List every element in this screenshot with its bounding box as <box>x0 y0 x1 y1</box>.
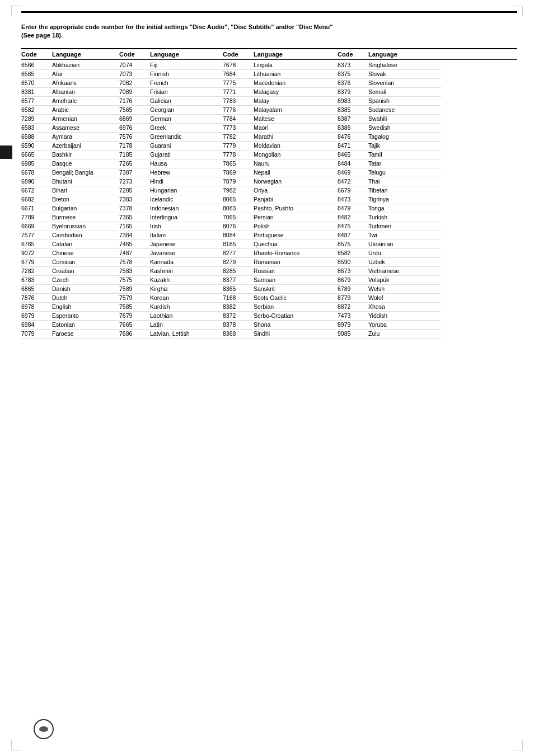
table-cell-code: 8479 <box>338 204 368 213</box>
table-cell-code: 6582 <box>21 106 52 115</box>
table-cell-code: 6577 <box>21 97 52 106</box>
table-cell-code: 7384 <box>119 231 150 240</box>
table-cell-lang: Rumanian <box>254 258 338 267</box>
table-cell-code: 7089 <box>119 88 150 97</box>
table-cell-lang: Interlingua <box>150 213 223 222</box>
table-cell-lang: Georgian <box>150 106 223 115</box>
table-cell-code: 7684 <box>223 70 254 79</box>
table-cell-lang: Malagasy <box>254 88 338 97</box>
table-cell-lang: Turkmen <box>368 222 441 231</box>
table-cell-lang: Irish <box>150 222 223 231</box>
table-cell-code: 7773 <box>223 124 254 133</box>
table-cell-code: 7289 <box>21 115 52 124</box>
table-cell-code: 6984 <box>21 321 52 330</box>
table-cell-lang: Welsh <box>368 285 441 294</box>
table-cell-code: 7782 <box>223 133 254 142</box>
table-cell-code: 8590 <box>338 258 368 267</box>
table-cell-lang: Abkhazian <box>52 61 119 70</box>
table-cell-code: 7285 <box>119 186 150 195</box>
table-cell-lang: Fiji <box>150 61 223 70</box>
table-cell-lang: Oriya <box>254 186 338 195</box>
table-cell-code: 8084 <box>223 231 254 240</box>
col-code-3: Code <box>223 51 254 58</box>
table-cell-code: 7778 <box>223 151 254 159</box>
table-cell-lang: Tonga <box>368 204 441 213</box>
table-cell-code: 7082 <box>119 79 150 88</box>
table-cell-code: 6588 <box>21 133 52 142</box>
table-cell-code: 7577 <box>21 231 52 240</box>
table-cell-lang: Serbo-Croatian <box>254 312 338 321</box>
table-cell-lang: Portuguese <box>254 231 338 240</box>
table-cell-lang: Bashkir <box>52 151 119 159</box>
table-cell-code: 7775 <box>223 79 254 88</box>
table-cell-lang: Hungarian <box>150 186 223 195</box>
table-cell-code: 7176 <box>119 97 150 106</box>
table-cell-lang: Turkish <box>368 213 441 222</box>
table-cell-lang: Galician <box>150 97 223 106</box>
header-section: Enter the appropriate code number for th… <box>21 11 517 40</box>
table-cell-code: 8083 <box>223 204 254 213</box>
table-cell-lang: Ukrainian <box>368 240 441 249</box>
table-cell-code: 8582 <box>338 249 368 258</box>
table-cell-code: 8376 <box>338 79 368 88</box>
table-cell-code: 7578 <box>119 258 150 267</box>
table-cell-lang: Russian <box>254 267 338 276</box>
table-cell-lang: Tagalog <box>368 133 441 142</box>
table-cell-code: 7265 <box>119 159 150 168</box>
table-cell-lang: Byelorussian <box>52 222 119 231</box>
table-cell-lang: Kashmiri <box>150 267 223 276</box>
table-cell-lang: Laothian <box>150 312 223 321</box>
table-cell-code: 7575 <box>119 276 150 285</box>
table-cell-code: 7679 <box>119 312 150 321</box>
table-cell-lang: Marathi <box>254 133 338 142</box>
table-cell-code: 7576 <box>119 133 150 142</box>
table-cell-code: 8471 <box>338 142 368 151</box>
table-cell-code: 7165 <box>119 222 150 231</box>
table-cell-lang: Sanskrit <box>254 285 338 294</box>
table-cell-code: 8365 <box>223 285 254 294</box>
table-cell-code: 8979 <box>338 321 368 330</box>
table-cell-lang: Indonesian <box>150 204 223 213</box>
table-cell-code: 7589 <box>119 285 150 294</box>
table-cell-lang: Tigrinya <box>368 195 441 204</box>
table-cell-code: 7771 <box>223 88 254 97</box>
table-cell-code: 6671 <box>21 204 52 213</box>
table-cell-lang: Hausa <box>150 159 223 168</box>
table-cell-lang: Dutch <box>52 294 119 303</box>
table-cell-lang: Swedish <box>368 124 441 133</box>
table-cell-code: 6979 <box>21 312 52 321</box>
table-cell-lang: Aymara <box>52 133 119 142</box>
table-cell-lang: Urdu <box>368 249 441 258</box>
table-cell-lang: Norwegian <box>254 177 338 186</box>
table-cell-code: 6678 <box>21 168 52 177</box>
corner-top-right <box>513 6 523 16</box>
table-cell-code: 6789 <box>338 285 368 294</box>
table-cell-code: 8575 <box>338 240 368 249</box>
table-cell-lang: Latvian, Lettish <box>150 330 223 339</box>
table-cell-lang: Zulu <box>368 330 441 339</box>
table-cell-code: 6682 <box>21 195 52 204</box>
table-cell-lang: Twi <box>368 231 441 240</box>
col-lang-4: Language <box>368 51 441 58</box>
table-cell-lang: Icelandic <box>150 195 223 204</box>
table-cell-code: 8373 <box>338 61 368 70</box>
table-cell-lang: Bihari <box>52 186 119 195</box>
table-cell-lang: Uzbek <box>368 258 441 267</box>
corner-bottom-right <box>513 740 523 750</box>
table-cell-lang: Slovak <box>368 70 441 79</box>
table-cell-code: 6679 <box>338 186 368 195</box>
table-cell-code: 7387 <box>119 168 150 177</box>
col-lang-2: Language <box>150 51 223 58</box>
table-cell-code: 7185 <box>119 151 150 159</box>
table-cell-lang: Moldavian <box>254 142 338 151</box>
table-cell-lang: Greek <box>150 124 223 133</box>
table-cell-lang: Croatian <box>52 267 119 276</box>
table-cell-code: 6583 <box>21 124 52 133</box>
table-cell-lang: Wolof <box>368 294 441 303</box>
table-cell-lang: Tibetan <box>368 186 441 195</box>
table-cell-lang: Lithuanian <box>254 70 338 79</box>
table-cell-lang: Latin <box>150 321 223 330</box>
col-lang-3: Language <box>254 51 338 58</box>
col-code-1: Code <box>21 51 52 58</box>
table-cell-lang: Chinese <box>52 249 119 258</box>
